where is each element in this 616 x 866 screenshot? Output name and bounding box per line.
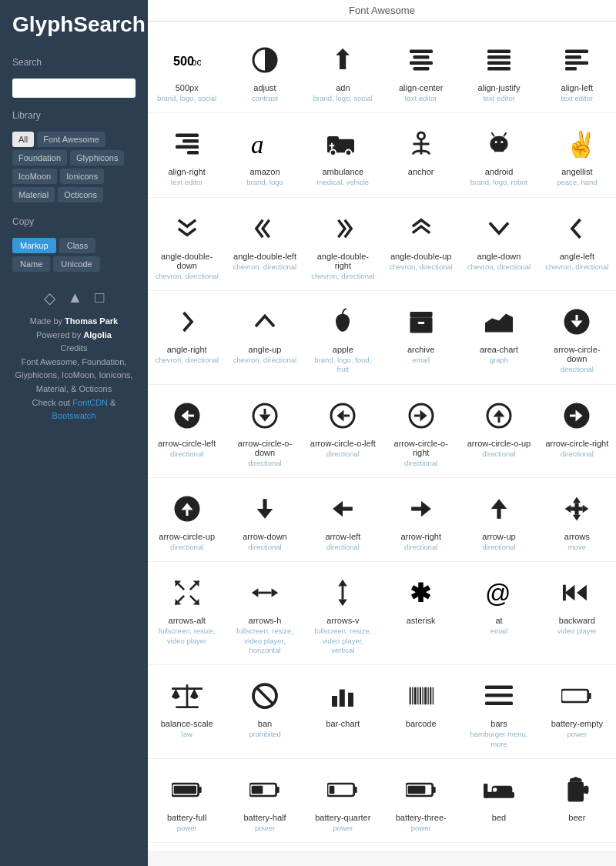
icon-cell-archive[interactable]: archiveemail <box>382 291 460 385</box>
icon-label-arrow-up: arrow-up <box>482 532 515 541</box>
icon-glyph-arrow-circle-o-down <box>251 399 279 433</box>
icon-cell-arrow-circle-up[interactable]: arrow-circle-updirectional <box>148 478 226 562</box>
lib-btn-material[interactable]: Material <box>12 187 55 202</box>
bootswatch-link[interactable]: Bootswatch <box>52 411 96 420</box>
icon-cell-arrow-right[interactable]: arrow-rightdirectional <box>382 478 460 562</box>
lib-btn-all[interactable]: All <box>12 132 34 147</box>
svg-rect-128 <box>330 786 335 794</box>
icon-cell-ban[interactable]: banprohibited <box>226 665 303 759</box>
svg-marker-48 <box>259 414 270 421</box>
copy-btn-name[interactable]: Name <box>12 256 50 272</box>
icon-cell-angle-left[interactable]: angle-leftchevron, directional <box>538 198 616 291</box>
icon-cell-arrows-h[interactable]: arrows-hfullscreen, resize, video player… <box>226 562 303 665</box>
icon-cell-battery-quarter[interactable]: battery-quarterpower <box>304 759 382 843</box>
icon-cell-arrow-up[interactable]: arrow-updirectional <box>460 478 537 562</box>
icon-cell-angle-double-right[interactable]: angle-double-rightchevron, directional <box>304 198 382 291</box>
icon-glyph-amazon: a <box>251 127 279 161</box>
icon-cell-backward[interactable]: backwardvideo player <box>538 562 616 665</box>
github-link[interactable]: ◇ <box>44 289 55 307</box>
icon-cell-amazon[interactable]: aamazonbrand, logo <box>226 113 303 197</box>
icon-cell-beer[interactable]: beer <box>538 759 616 843</box>
icon-glyph-arrow-right <box>407 492 435 526</box>
icon-tags-angellist: peace, hand <box>557 178 597 187</box>
icon-cell-arrows[interactable]: arrowsmove <box>538 478 616 562</box>
icon-cell-barcode[interactable]: barcode <box>382 665 460 759</box>
lib-btn-icomoon[interactable]: IcoMoon <box>12 169 57 184</box>
icon-glyph-arrow-circle-o-right <box>407 399 435 433</box>
icon-cell-battery-three-[interactable]: battery-three-power <box>382 759 460 843</box>
icon-cell-arrow-circle-down[interactable]: arrow-circle-downdirectional <box>538 291 616 385</box>
icon-glyph-arrow-circle-up <box>173 492 201 526</box>
icon-glyph-align-center <box>407 43 435 77</box>
icon-cell-arrows-v[interactable]: arrows-vfullscreen, resize, video player… <box>304 562 382 665</box>
fontcdn-link[interactable]: FontCDN <box>72 398 108 407</box>
icon-cell-anchor[interactable]: anchor <box>382 113 460 197</box>
icon-glyph-angle-double-up <box>407 212 435 246</box>
icon-cell-area-chart[interactable]: area-chartgraph <box>460 291 537 385</box>
icon-glyph-bar-chart <box>329 679 357 713</box>
icon-cell-at[interactable]: @atemail <box>460 562 537 665</box>
icon-cell-arrows-alt[interactable]: arrows-altfullscreen, resize, video play… <box>148 562 226 665</box>
svg-line-102 <box>256 688 273 704</box>
icon-cell-bar-chart[interactable]: bar-chart <box>304 665 382 759</box>
icon-cell-ambulance[interactable]: ambulancemedical, vehicle <box>304 113 382 197</box>
copy-btn-class[interactable]: Class <box>59 238 96 253</box>
icon-label-arrows: arrows <box>564 532 590 541</box>
icon-cell-align-left[interactable]: align-lefttext editor <box>538 29 616 113</box>
lib-btn-glyphicons[interactable]: Glyphicons <box>70 150 124 166</box>
icon-cell-align-center[interactable]: align-centertext editor <box>382 29 460 113</box>
icon-cell-battery-full[interactable]: battery-fullpower <box>148 759 226 843</box>
svg-text:a: a <box>251 131 264 158</box>
icon-cell-angle-right[interactable]: angle-rightchevron, directional <box>148 291 226 385</box>
icon-label-angle-double-up: angle-double-up <box>390 252 452 261</box>
search-input[interactable] <box>12 79 136 98</box>
icon-tags-at: email <box>490 627 508 636</box>
icon-cell-android[interactable]: androidbrand, logo, robot <box>460 113 537 197</box>
icon-cell-arrow-circle-right[interactable]: arrow-circle-rightdirectional <box>538 385 616 478</box>
facebook-link[interactable]: □ <box>95 289 104 307</box>
icon-cell-apple[interactable]: applebrand, logo, food, fruit <box>304 291 382 385</box>
icon-cell-angle-up[interactable]: angle-upchevron, directional <box>226 291 303 385</box>
icon-cell-angle-double-up[interactable]: angle-double-upchevron, directional <box>382 198 460 291</box>
icon-cell-bed[interactable]: bed <box>460 759 537 843</box>
icon-cell-angellist[interactable]: ✌angellistpeace, hand <box>538 113 616 197</box>
copy-btn-markup[interactable]: Markup <box>12 238 56 253</box>
lib-btn-ionicons[interactable]: Ionicons <box>60 169 104 184</box>
icon-cell-bars[interactable]: barshamburger menu, more <box>460 665 537 759</box>
icon-glyph-battery-three- <box>406 773 437 807</box>
icon-label-amazon: amazon <box>249 167 280 176</box>
icon-label-asterisk: asterisk <box>407 616 436 625</box>
lib-btn-foundation[interactable]: Foundation <box>12 150 67 166</box>
icon-cell-arrow-circle-left[interactable]: arrow-circle-leftdirectional <box>148 385 226 478</box>
icon-cell-arrow-left[interactable]: arrow-leftdirectional <box>304 478 382 562</box>
library-buttons: All Font Awesome Foundation Glyphicons I… <box>12 132 136 202</box>
icon-cell-arrow-circle-o-up[interactable]: arrow-circle-o-updirectional <box>460 385 537 478</box>
icon-label-android: android <box>485 167 514 176</box>
icon-cell-adn[interactable]: ⬆adnbrand, logo, social <box>304 29 382 113</box>
icon-cell-align-justify[interactable]: align-justifytext editor <box>460 29 537 113</box>
icon-cell-arrow-down[interactable]: arrow-downdirectional <box>226 478 303 562</box>
icon-cell-arrow-circle-o-left[interactable]: arrow-circle-o-leftdirectional <box>304 385 382 478</box>
icon-cell-battery-empty[interactable]: battery-emptypower <box>538 665 616 759</box>
icon-cell-battery-half[interactable]: battery-halfpower <box>226 759 303 843</box>
svg-marker-95 <box>577 585 587 601</box>
copy-btn-unicode[interactable]: Unicode <box>53 256 99 272</box>
icon-cell-arrow-circle-o-down[interactable]: arrow-circle-o-downdirectional <box>226 385 303 478</box>
icon-cell-asterisk[interactable]: ✱asterisk <box>382 562 460 665</box>
icon-cell-adjust[interactable]: adjustcontrast <box>226 29 303 113</box>
icon-cell-align-right[interactable]: align-righttext editor <box>148 113 226 197</box>
lib-btn-octicons[interactable]: Octicons <box>58 187 103 202</box>
icon-cell-500px[interactable]: 500oo500pxbrand, logo, social <box>148 29 226 113</box>
icon-cell-angle-down[interactable]: angle-downchevron, directional <box>460 198 537 291</box>
twitter-link[interactable]: ▲ <box>68 289 83 307</box>
icon-cell-angle-double-left[interactable]: angle-double-leftchevron, directional <box>226 198 303 291</box>
icon-tags-align-justify: text editor <box>483 94 515 103</box>
icon-cell-angle-double-down[interactable]: angle-double-downchevron, directional <box>148 198 226 291</box>
icon-cell-arrow-circle-o-right[interactable]: arrow-circle-o-rightdirectional <box>382 385 460 478</box>
icon-cell-balance-scale[interactable]: balance-scalelaw <box>148 665 226 759</box>
icon-tags-area-chart: graph <box>490 356 508 365</box>
icon-label-align-center: align-center <box>399 83 443 92</box>
icon-glyph-arrow-circle-o-left <box>329 399 357 433</box>
icon-tags-backward: video player <box>557 627 597 636</box>
lib-btn-fontawesome[interactable]: Font Awesome <box>37 132 105 147</box>
